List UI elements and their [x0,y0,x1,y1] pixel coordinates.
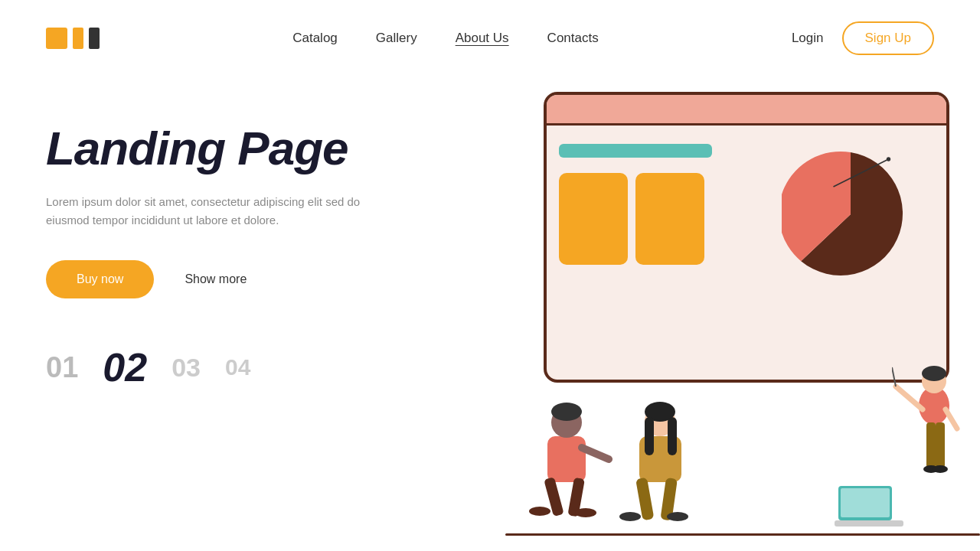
svg-rect-23 [645,417,654,455]
hero-description: Lorem ipsum dolor sit amet, consectetur … [46,193,368,230]
show-more-button[interactable]: Show more [185,272,247,286]
auth-buttons: Login Sign Up [792,21,934,55]
svg-point-1 [887,157,890,161]
step-3[interactable]: 03 [172,353,201,383]
nav-catalog[interactable]: Catalog [292,31,338,46]
monitor-header-bar [547,95,946,126]
screen-right-panel [767,138,934,283]
svg-line-11 [946,409,957,429]
svg-rect-31 [841,488,890,517]
svg-point-8 [933,465,948,473]
hero-illustration [505,69,980,543]
svg-line-10 [892,367,896,386]
figure-presenter [892,344,976,520]
hero-title: Landing Page [46,122,459,174]
svg-point-28 [667,512,688,521]
screen-card-2 [635,173,704,265]
laptop [835,482,903,528]
step-1[interactable]: 01 [46,351,78,384]
login-button[interactable]: Login [792,31,824,46]
nav-contacts[interactable]: Contacts [547,31,599,46]
logo-square-dark [89,28,100,49]
screen-left-panel [559,138,758,265]
main-nav: Catalog Gallery About Us Contacts [292,31,599,46]
svg-point-4 [922,366,946,381]
screen-card-1 [559,173,628,265]
hero-content: Landing Page Lorem ipsum dolor sit amet,… [46,92,459,390]
svg-point-18 [575,508,596,517]
buy-now-button[interactable]: Buy now [46,260,154,298]
pie-chart [782,145,920,283]
nav-about-us[interactable]: About Us [456,31,509,46]
svg-rect-5 [926,422,936,468]
screen-cards-row [559,173,758,265]
logo[interactable] [46,28,100,49]
svg-line-19 [582,448,609,459]
svg-rect-30 [835,520,903,527]
svg-point-27 [619,512,641,521]
nav-gallery[interactable]: Gallery [376,31,417,46]
step-2[interactable]: 02 [103,344,147,390]
floor-line [505,533,980,536]
svg-point-17 [529,507,550,516]
figure-sitting-woman [616,367,708,536]
figure-sitting-man [521,375,620,528]
screen-progress-bar [559,144,712,158]
svg-point-14 [551,403,582,421]
step-indicators: 01 02 03 04 [46,344,459,390]
step-4[interactable]: 04 [225,354,250,380]
logo-square-orange [46,28,67,49]
svg-line-9 [896,386,923,409]
svg-rect-12 [547,436,586,482]
monitor-content [547,126,946,295]
svg-rect-6 [936,422,945,468]
signup-button[interactable]: Sign Up [842,21,934,55]
logo-square-orange-narrow [73,28,83,49]
svg-rect-24 [668,417,677,455]
cta-buttons: Buy now Show more [46,260,459,298]
monitor-frame [544,92,949,383]
